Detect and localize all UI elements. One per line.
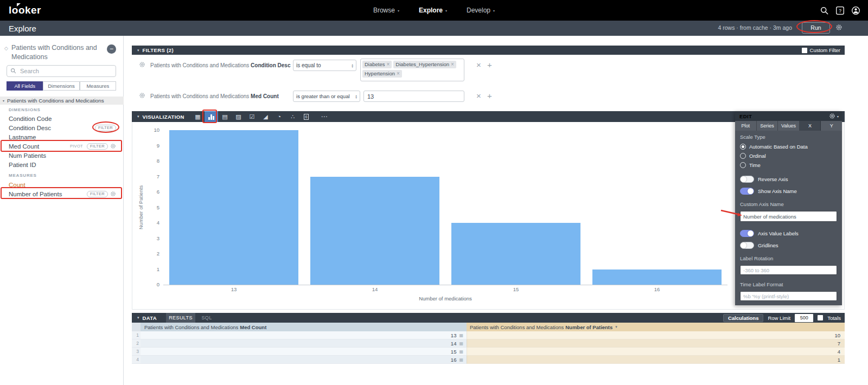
table-icon[interactable]: ▦ <box>191 111 205 122</box>
filter-operator-select[interactable]: is equal to ▴▾ <box>293 60 356 71</box>
looker-logo[interactable]: looker <box>9 4 41 16</box>
remove-filter-icon[interactable]: × <box>476 61 481 69</box>
filter-button[interactable]: FILTER <box>87 191 108 197</box>
gear-icon[interactable] <box>829 113 835 119</box>
check-icon[interactable]: ☑ <box>245 111 259 122</box>
reverse-axis-toggle[interactable] <box>740 176 754 183</box>
calculations-button[interactable]: Calculations <box>723 314 764 322</box>
viz-type-toolbar: ▦▤▨☑◢◔∴6⋯ <box>191 111 331 122</box>
filter-value-input[interactable] <box>363 91 464 102</box>
filter-button[interactable]: FILTER <box>95 125 116 131</box>
label-rotation-input[interactable] <box>740 265 837 275</box>
med-count-column-header[interactable]: Patients with Conditions and Medications… <box>141 323 467 331</box>
scatter-plot-icon[interactable]: ∴ <box>286 111 299 122</box>
bar-13[interactable] <box>169 130 298 285</box>
totals-checkbox[interactable] <box>818 315 823 320</box>
gear-icon[interactable] <box>110 191 116 197</box>
radio-icon[interactable] <box>740 162 746 168</box>
nav-explore[interactable]: Explore▾ <box>419 7 447 14</box>
filter-tag[interactable]: Hypertension× <box>362 70 402 78</box>
gear-icon[interactable] <box>110 143 116 149</box>
account-icon[interactable] <box>851 6 860 15</box>
search-icon[interactable] <box>820 6 829 15</box>
custom-filter-checkbox[interactable] <box>802 48 807 53</box>
field-patient-id[interactable]: Patient ID <box>0 160 124 169</box>
filter-button[interactable]: FILTER <box>87 143 108 150</box>
tab-x[interactable]: X <box>800 121 821 131</box>
bar-14[interactable] <box>310 177 439 285</box>
query-status: 4 rows · from cache · 3m ago <box>640 24 792 31</box>
gear-icon[interactable] <box>139 61 145 68</box>
gear-icon[interactable] <box>835 24 843 31</box>
radio-icon[interactable] <box>740 144 746 150</box>
filter-tag[interactable]: Diabetes_Hypertension× <box>393 61 456 68</box>
tab-dimensions[interactable]: Dimensions <box>43 81 79 91</box>
field-lastname[interactable]: Lastname <box>0 132 124 142</box>
collapse-sidebar-button[interactable]: − <box>107 44 116 54</box>
field-condition-code[interactable]: Condition Code <box>0 114 124 123</box>
gear-icon[interactable] <box>139 92 145 99</box>
data-section-bar[interactable]: ▾ DATA RESULTS SQL Calculations Row Limi… <box>132 313 845 323</box>
number-of-patients-column-header[interactable]: Patients with Conditions and Medications… <box>467 323 845 331</box>
pivot-button[interactable]: PIVOT <box>68 143 85 150</box>
tab-measures[interactable]: Measures <box>80 81 116 91</box>
bar-15[interactable] <box>451 223 580 285</box>
tab-plot[interactable]: Plot <box>735 121 757 131</box>
radio-ordinal[interactable]: Ordinal <box>740 151 837 161</box>
filter-tag[interactable]: Diabetes× <box>362 61 392 68</box>
table-report-icon[interactable]: ▤ <box>218 111 232 122</box>
drill-grid-icon[interactable]: ▦ <box>459 333 463 338</box>
area-chart-icon[interactable]: ◢ <box>259 111 272 122</box>
med-count-value: 16 <box>451 357 457 363</box>
tab-y[interactable]: Y <box>821 121 842 131</box>
field-search[interactable] <box>7 65 116 77</box>
radio-automatic-based-on-data[interactable]: Automatic Based on Data <box>740 142 837 151</box>
med-count-value: 15 <box>451 349 457 355</box>
add-filter-icon[interactable]: + <box>487 61 492 69</box>
field-med-count[interactable]: Med CountPIVOTFILTER <box>0 142 124 151</box>
more-icon[interactable]: ⋯ <box>317 111 331 122</box>
axis-value-labels-toggle[interactable] <box>740 230 754 237</box>
gridlines-toggle[interactable] <box>740 242 754 249</box>
drill-grid-icon[interactable]: ▦ <box>459 341 463 346</box>
field-number-of-patients[interactable]: Number of PatientsFILTER <box>0 189 124 198</box>
search-input[interactable] <box>19 67 112 75</box>
tab-values[interactable]: Values <box>778 121 800 131</box>
time-label-format-input[interactable] <box>740 291 837 301</box>
single-value-icon[interactable]: 6 <box>299 111 313 122</box>
field-count[interactable]: Count <box>0 180 124 189</box>
remove-tag-icon[interactable]: × <box>387 61 390 68</box>
drill-grid-icon[interactable]: ▦ <box>459 357 463 362</box>
tab-sql[interactable]: SQL <box>195 313 218 323</box>
custom-axis-name-input[interactable] <box>740 211 837 222</box>
custom-filter-label: Custom Filter <box>810 47 840 53</box>
view-group-header[interactable]: ▾ Patients with Conditions and Medicatio… <box>0 97 124 105</box>
radio-icon[interactable] <box>740 153 746 159</box>
run-button[interactable]: Run <box>802 22 830 34</box>
drill-grid-icon[interactable]: ▦ <box>459 349 463 354</box>
filters-section-bar[interactable]: ▾ FILTERS (2) Custom Filter <box>132 46 845 55</box>
pie-chart-icon[interactable]: ◔ <box>272 111 286 122</box>
remove-filter-icon[interactable]: × <box>476 92 481 100</box>
nav-develop[interactable]: Develop▾ <box>467 7 495 14</box>
bar-16[interactable] <box>592 270 722 285</box>
bar-chart-icon[interactable] <box>205 111 218 122</box>
tab-all-fields[interactable]: All Fields <box>7 81 43 91</box>
row-limit-input[interactable] <box>795 314 813 322</box>
remove-tag-icon[interactable]: × <box>397 70 400 77</box>
box-plot-icon[interactable]: ▨ <box>232 111 245 122</box>
tab-series[interactable]: Series <box>757 121 778 131</box>
custom-axis-name-label: Custom Axis Name <box>740 201 837 207</box>
radio-time[interactable]: Time <box>740 161 837 170</box>
field-condition-desc[interactable]: Condition DescFILTER <box>0 123 124 132</box>
tab-results[interactable]: RESULTS <box>166 313 195 323</box>
remove-tag-icon[interactable]: × <box>451 61 454 68</box>
help-icon[interactable]: ? <box>835 6 845 15</box>
show-axis-name-toggle[interactable] <box>740 188 754 195</box>
add-filter-icon[interactable]: + <box>487 92 492 100</box>
show-axis-name-toggle-row: Show Axis Name <box>740 185 837 197</box>
filter-operator-select[interactable]: is greater than or equal ▴▾ <box>293 91 360 102</box>
nav-browse[interactable]: Browse▾ <box>373 7 399 14</box>
field-num-patients[interactable]: Num Patients <box>0 151 124 160</box>
filter-value-tags[interactable]: Diabetes×Diabetes_Hypertension×Hypertens… <box>360 59 464 81</box>
